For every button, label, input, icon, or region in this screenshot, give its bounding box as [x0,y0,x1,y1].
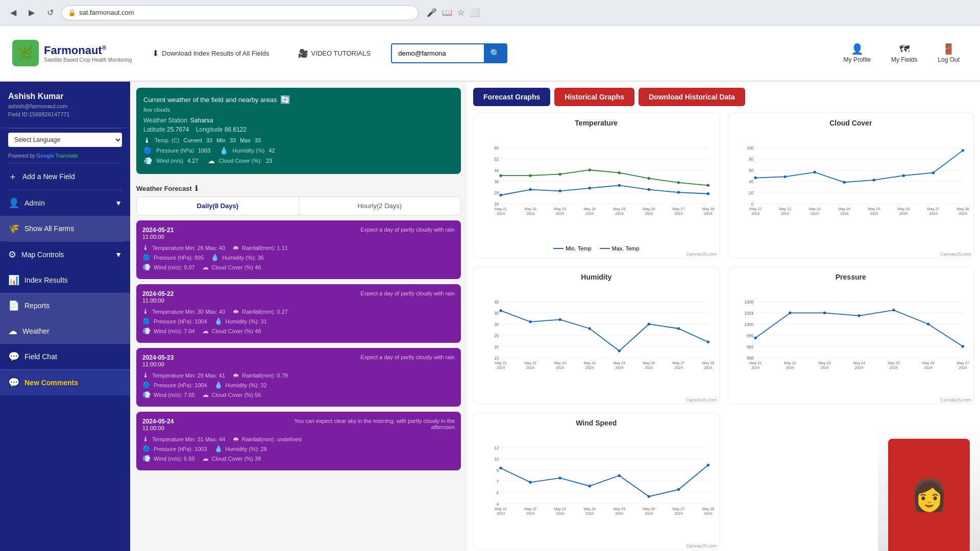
refresh-icon[interactable]: 🔄 [280,95,290,105]
svg-text:4: 4 [497,502,499,507]
temperature-legend: Min. Temp Max. Temp [480,245,713,252]
my-profile-button[interactable]: 👤 My Profile [836,39,879,67]
tab-hourly[interactable]: Hourly(2 Days) [299,197,461,215]
svg-text:May 28: May 28 [702,207,714,211]
current-weather-card: Current weather of the field and nearby … [136,88,461,174]
sidebar-divider [8,128,122,129]
settings-icon: ⚙ [8,249,16,260]
svg-point-21 [529,174,531,177]
canvasjs-credit: CanvasJS.com [686,252,717,257]
sidebar-item-index-results[interactable]: 📊 Index Results [0,267,130,293]
svg-text:2024: 2024 [870,211,878,216]
search-input[interactable] [392,45,484,61]
url-text: sat.farmonaut.com [79,9,134,16]
download-historical-button[interactable]: Download Historical Data [639,88,745,106]
tab-daily[interactable]: Daily(8 Days) [137,197,299,215]
sidebar-item-reports[interactable]: 📄 Reports [0,293,130,318]
svg-text:May 27: May 27 [672,361,684,365]
svg-text:40: 40 [494,300,499,305]
svg-text:2024: 2024 [585,211,594,216]
svg-text:52: 52 [494,157,499,162]
svg-text:May 28: May 28 [957,207,969,211]
svg-point-133 [926,322,929,325]
star-icon[interactable]: ☆ [457,8,464,17]
svg-point-163 [558,477,561,479]
svg-text:May 21: May 21 [749,207,762,211]
svg-point-130 [823,312,825,314]
sidebar-item-map-controls[interactable]: ⚙ Map Controls ▼ [0,242,130,267]
forecast-card-3: 2024-05-24 11:00:00 You can expect clear… [136,412,461,470]
svg-text:May 24: May 24 [583,507,596,511]
svg-point-131 [857,314,860,317]
svg-text:May 23: May 23 [554,361,566,365]
svg-point-23 [588,168,591,171]
sidebar-item-show-all-farms[interactable]: 🌾 Show All Farms [0,216,130,241]
app-header: 🌿 Farmonaut® Satellite Based Crop Health… [0,26,980,82]
download-index-button[interactable]: ⬇ Download Index Results of All Fields [144,44,277,62]
svg-text:May 26: May 26 [643,361,655,365]
sidebar-item-field-chat[interactable]: 💬 Field Chat [0,344,130,369]
my-fields-button[interactable]: 🗺 My Fields [883,39,925,67]
back-button[interactable]: ◀ [6,6,20,20]
svg-text:2024: 2024 [840,211,848,216]
weather-station: Weather Station Saharsa [143,117,454,124]
historical-graphs-button[interactable]: Historical Graphs [554,88,634,106]
svg-point-20 [499,174,502,177]
svg-text:May 22: May 22 [524,507,536,511]
forecast-card-0: 2024-05-21 11:00:00 Expect a day of part… [136,220,461,279]
svg-text:2024: 2024 [704,365,712,370]
svg-text:1008: 1008 [744,300,754,305]
svg-text:May 22: May 22 [524,207,536,211]
svg-point-132 [892,309,895,311]
wind-icon: 💨 [143,157,152,165]
svg-text:2024: 2024 [959,211,967,216]
search-button[interactable]: 🔍 [484,44,506,62]
sidebar-item-weather[interactable]: ☁ Weather [0,318,130,344]
svg-text:9: 9 [497,468,499,473]
canvasjs-credit-4: CanvasJS.com [940,397,971,403]
virtual-assistant: 👩 [878,423,980,551]
sidebar-item-add-field[interactable]: ＋ Add a New Field [0,163,130,190]
video-icon: 🎥 [298,48,308,58]
field-id: Field ID:1588826147771 [8,111,122,117]
svg-text:0: 0 [751,202,753,207]
max-temp-legend: Max. Temp [600,245,640,252]
pressure-humidity-row: 🔵 Pressure (hPa) 1003 💧 Humidity (%) 42 [143,146,454,155]
weather-panel: Current weather of the field and nearby … [130,82,467,551]
svg-text:May 28: May 28 [702,507,714,511]
svg-text:2024: 2024 [889,365,897,370]
sidebar-item-new-comments[interactable]: 💬 New Comments [0,369,130,395]
tab-icon[interactable]: ⬜ [470,8,480,17]
mic-icon: 🎤 [427,8,437,17]
video-tutorials-button[interactable]: 🎥 VIDEO TUTORIALS [290,44,379,62]
svg-text:2024: 2024 [855,365,863,370]
log-out-button[interactable]: 🚪 Log Out [929,39,968,67]
temperature-chart-title: Temperature [480,119,713,127]
lock-icon: 🔒 [68,9,76,16]
svg-text:May 23: May 23 [808,207,821,211]
refresh-button[interactable]: ↺ [43,6,57,20]
svg-text:6: 6 [497,491,499,495]
address-bar[interactable]: 🔒 sat.farmonaut.com [61,5,419,20]
weather-coordinates: Latitude 25.7674 Longitude 86.6122 [143,126,454,133]
browser-bar: ◀ ▶ ↺ 🔒 sat.farmonaut.com 🎤 📖 ☆ ⬜ [0,0,980,26]
svg-text:2024: 2024 [781,211,789,216]
sidebar-item-admin[interactable]: 👤 Admin ▼ [0,190,130,216]
language-select[interactable]: Select Language [8,133,122,147]
forward-button[interactable]: ▶ [24,6,39,20]
svg-text:2024: 2024 [526,365,534,370]
forecast-graphs-button[interactable]: Forecast Graphs [473,88,550,106]
cloud-cover-chart: 020406080100May 212024May 222024May 2320… [734,131,968,243]
svg-text:2024: 2024 [751,211,759,216]
humidity-chart-card: Humidity 152025303540May 212024May 22202… [473,266,720,404]
add-icon: ＋ [8,170,17,183]
svg-text:2024: 2024 [959,365,967,370]
svg-point-13 [529,188,531,191]
svg-point-17 [648,188,650,191]
svg-text:28: 28 [494,191,499,195]
pressure-chart-card: Pressure 988992996100010041008May 212024… [728,266,974,404]
svg-text:25: 25 [494,334,499,338]
admin-icon: 👤 [8,197,19,209]
logo-text: Farmonaut® Satellite Based Crop Health M… [44,44,132,63]
svg-text:2024: 2024 [585,511,594,516]
